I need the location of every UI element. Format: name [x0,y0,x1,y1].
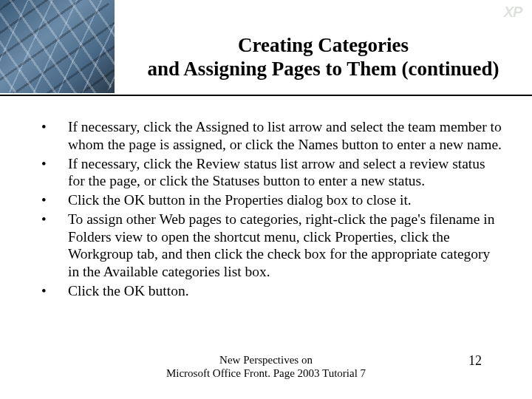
bullet-item: If necessary, click the Review status li… [35,155,502,191]
slide: XP Creating Categories and Assigning Pag… [0,0,532,399]
footer-line-2: Microsoft Office Front. Page 2003 Tutori… [166,367,366,379]
header-decorative-image [0,0,115,93]
slide-title: Creating Categories and Assigning Pages … [122,34,525,81]
xp-badge-icon: XP [497,1,529,22]
title-line-1: Creating Categories [238,34,409,56]
slide-header: XP Creating Categories and Assigning Pag… [0,0,532,96]
footer-text: New Perspectives on Microsoft Office Fro… [0,353,532,380]
slide-body: If necessary, click the Assigned to list… [35,118,502,301]
bullet-item: To assign other Web pages to categories,… [35,211,502,281]
slide-footer: New Perspectives on Microsoft Office Fro… [0,353,532,386]
footer-line-1: New Perspectives on [219,354,313,366]
bullet-item: Click the OK button. [35,282,502,300]
page-number: 12 [468,353,482,369]
title-line-2: and Assigning Pages to Them (continued) [148,58,499,80]
header-divider [0,95,532,96]
bullet-list: If necessary, click the Assigned to list… [35,118,502,300]
bullet-item: Click the OK button in the Properties di… [35,191,502,209]
bullet-item: If necessary, click the Assigned to list… [35,118,502,154]
